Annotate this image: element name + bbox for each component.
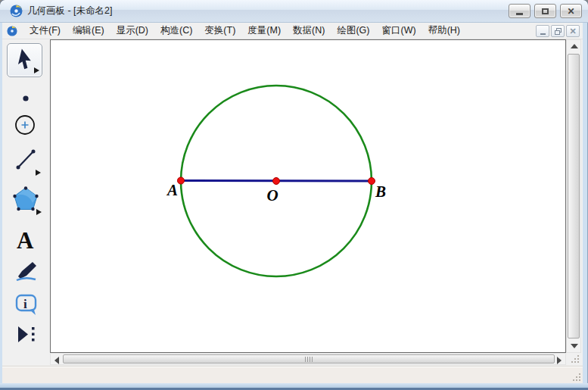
- menu-item-data[interactable]: 数据(N): [287, 22, 331, 39]
- document-app-icon: [7, 26, 17, 36]
- svg-text:i: i: [23, 297, 27, 311]
- segment-tool-icon: [13, 146, 39, 172]
- polygon-tool-button[interactable]: [12, 186, 39, 214]
- mdi-restore-icon: [555, 28, 562, 35]
- point-b[interactable]: [369, 178, 375, 185]
- text-tool-button[interactable]: A: [17, 229, 33, 252]
- menu-item-measure[interactable]: 度量(M): [241, 22, 287, 39]
- scroll-up-icon[interactable]: [571, 44, 578, 48]
- mdi-minimize-icon: [540, 33, 546, 35]
- point-o-label[interactable]: O: [266, 186, 278, 204]
- menu-item-display[interactable]: 显示(D): [110, 22, 154, 39]
- menubar: 文件(F) 编辑(E) 显示(D) 构造(C) 变换(T) 度量(M) 数据(N…: [2, 23, 583, 39]
- compass-circle-tool-icon: [14, 114, 36, 136]
- text-tool-icon: A: [17, 227, 33, 254]
- scroll-left-icon[interactable]: [54, 357, 59, 364]
- maximize-icon: [542, 8, 549, 14]
- toolbox: A i: [2, 39, 50, 367]
- app-window: 几何画板 - [未命名2] ✕ 文件(F) 编辑(E) 显示(D) 构造(C) …: [0, 0, 588, 390]
- point-b-label[interactable]: B: [375, 183, 386, 201]
- tool-flyout-icon[interactable]: [36, 209, 42, 215]
- horizontal-scrollbar-thumb[interactable]: [63, 354, 555, 363]
- menu-item-help[interactable]: 帮助(H): [422, 22, 466, 39]
- point-tool-button[interactable]: [23, 91, 29, 105]
- window-title: 几何画板 - [未命名2]: [27, 5, 113, 17]
- marker-tool-button[interactable]: [14, 261, 38, 285]
- close-icon: ✕: [567, 7, 574, 16]
- information-tool-icon: i: [15, 294, 39, 317]
- titlebar[interactable]: 几何画板 - [未命名2] ✕: [0, 0, 588, 23]
- information-tool-button[interactable]: i: [15, 294, 39, 320]
- custom-tool-button[interactable]: [17, 325, 37, 347]
- scroll-down-icon[interactable]: [571, 344, 578, 348]
- close-button[interactable]: ✕: [560, 4, 582, 18]
- mdi-restore-button[interactable]: [551, 25, 565, 37]
- drawing-canvas[interactable]: A O B: [50, 39, 566, 353]
- point-a-label[interactable]: A: [166, 181, 178, 199]
- app-icon: [10, 5, 23, 17]
- menu-item-graph[interactable]: 绘图(G): [331, 22, 375, 39]
- minimize-button[interactable]: [509, 4, 530, 18]
- mdi-close-icon: ✕: [569, 27, 576, 36]
- menu-item-transform[interactable]: 变换(T): [198, 22, 241, 39]
- compass-circle-tool-button[interactable]: [14, 114, 36, 139]
- window-border-bottom: [0, 383, 588, 390]
- menu-item-construct[interactable]: 构造(C): [154, 22, 198, 39]
- maximize-button[interactable]: [534, 4, 556, 18]
- selection-arrow-tool-button[interactable]: [7, 43, 42, 77]
- window-border-left: [0, 23, 2, 383]
- window-resize-grip-icon[interactable]: [573, 373, 581, 382]
- point-tool-icon: [23, 95, 29, 101]
- segment-tool-button[interactable]: [13, 146, 39, 175]
- point-a[interactable]: [178, 177, 185, 184]
- custom-tool-icon: [17, 325, 37, 344]
- scroll-right-icon[interactable]: [557, 357, 562, 364]
- marker-tool-icon: [14, 261, 38, 282]
- point-o[interactable]: [273, 178, 280, 185]
- geometry-figure: A O B: [51, 40, 565, 352]
- menu-item-window[interactable]: 窗口(W): [376, 22, 422, 39]
- vertical-scrollbar[interactable]: [566, 39, 581, 353]
- tool-flyout-icon[interactable]: [36, 170, 41, 176]
- scrollbar-grip-icon: [305, 357, 313, 362]
- horizontal-scrollbar[interactable]: [50, 353, 566, 365]
- menu-item-file[interactable]: 文件(F): [23, 22, 67, 39]
- vertical-scrollbar-thumb[interactable]: [568, 54, 580, 339]
- mdi-close-button[interactable]: ✕: [566, 25, 580, 37]
- menu-item-edit[interactable]: 编辑(E): [67, 22, 110, 39]
- status-bar: [2, 367, 583, 383]
- resize-grip-icon[interactable]: [571, 355, 580, 363]
- tool-flyout-icon[interactable]: [34, 67, 39, 73]
- minimize-icon: [516, 13, 523, 15]
- window-border-right: [583, 23, 588, 383]
- scrollbar-corner: [566, 353, 581, 365]
- mdi-minimize-button[interactable]: [536, 25, 549, 37]
- polygon-tool-icon: [12, 186, 39, 211]
